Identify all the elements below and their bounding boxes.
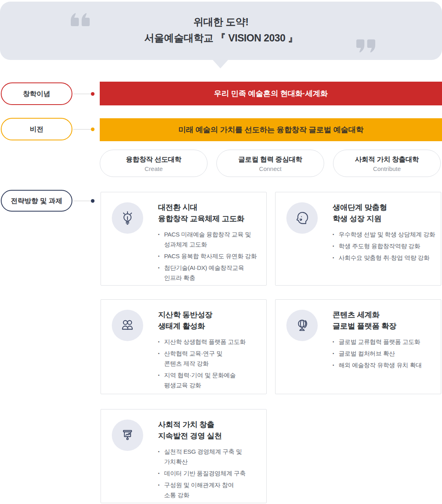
connector-line [73, 201, 91, 201]
card-bullet-list: 실천적 ESG 경영체계 구축 및가치확산 데이터 기반 품질경영체계 구축 구… [158, 446, 261, 500]
bullet-item: 산학협력 교육·연구 및콘텐츠 제작 강화 [158, 348, 261, 368]
people-icon [112, 310, 143, 341]
label-strategy: 전략방향 및 과제 [1, 190, 72, 212]
pill-create: 융합창작 선도대학 Create [100, 150, 208, 177]
pill-contribute-subtitle: Contribute [373, 165, 401, 172]
strategy-card-ecosystem: 지산학 동반성장 생태계 활성화 지산학 상생협력 플랫폼 고도화 산학협력 교… [101, 299, 267, 394]
pill-create-subtitle: Create [144, 165, 162, 172]
card-bullet-list: 글로벌 교류협력 플랫폼 고도화 글로벌 컬처허브 확산 해외 예술창작 유학생… [333, 337, 435, 370]
bullet-item: 글로벌 교류협력 플랫폼 고도화 [333, 337, 435, 347]
card-title: 지산학 동반성장 생태계 활성화 [158, 309, 261, 332]
lightbulb-icon [112, 202, 143, 234]
bullet-item: 데이터 기반 품질경영체계 구축 [158, 468, 261, 478]
connector-dot-red [91, 92, 95, 96]
bullet-item: 학생 주도형 융합창작역량 강화 [333, 241, 435, 251]
bullet-item: 우수학생 선발 및 학생 상담체계 강화 [333, 229, 435, 239]
card-title: 대전환 시대 융합창작 교육체제 고도화 [158, 202, 261, 224]
strategy-card-global-platform: 콘텐츠 세계화 글로벌 플랫폼 확장 글로벌 교류협력 플랫폼 고도화 글로벌 … [275, 299, 441, 394]
bullet-item: 구성원 및 이해관계자 참여소통 강화 [158, 480, 261, 500]
label-vision-text: 비전 [30, 125, 43, 134]
strategy-card-student-growth: 생애단계 맞춤형 학생 성장 지원 우수학생 선발 및 학생 상담체계 강화 학… [275, 192, 441, 286]
connector-dot-navy [91, 199, 95, 203]
card-title: 생애단계 맞춤형 학생 성장 지원 [333, 202, 435, 224]
pill-connect-subtitle: Connect [259, 165, 282, 172]
founding-philosophy-text: 우리 민족 예술혼의 현대화·세계화 [214, 88, 328, 99]
bullet-item: 글로벌 컬처허브 확산 [333, 348, 435, 358]
card-title: 사회적 가치 창출 지속발전 경영 실천 [158, 419, 261, 442]
label-vision: 비전 [1, 118, 72, 140]
vision-text: 미래 예술의 가치를 선도하는 융합창작 글로벌 예술대학 [179, 125, 364, 135]
bullet-item: 지산학 상생협력 플랫폼 고도화 [158, 337, 261, 347]
bullet-item: 해외 예술창작 유학생 유치 확대 [333, 360, 435, 370]
head-profile-icon [286, 202, 318, 234]
page-title-line1: 위대한 도약! [0, 14, 442, 30]
pill-contribute: 사회적 가치 창출대학 Contribute [333, 150, 441, 177]
close-quote-icon [356, 39, 375, 53]
presentation-chart-icon [112, 420, 143, 451]
pill-connect-title: 글로컬 협력 중심대학 [238, 155, 302, 164]
bullet-item: PACS 미래예술 융합창작 교육 및성과체계 고도화 [158, 229, 261, 249]
globe-icon [286, 310, 318, 341]
vision-bar: 미래 예술의 가치를 선도하는 융합창작 글로벌 예술대학 [100, 118, 442, 141]
connector-dot-orange [91, 128, 95, 131]
pill-connect: 글로컬 협력 중심대학 Connect [216, 150, 324, 177]
banner: 위대한 도약! 서울예술대학교 『 VISION 2030 』 [0, 2, 442, 60]
bullet-item: 사회수요 맞춤형 취·창업 역량 강화 [333, 253, 435, 263]
card-title: 콘텐츠 세계화 글로벌 플랫폼 확장 [333, 309, 435, 332]
label-founding-philosophy: 창학이념 [1, 82, 72, 105]
bullet-item: 지역 협력·기여 및 문화예술평생교육 강화 [158, 370, 261, 390]
label-founding-philosophy-text: 창학이념 [23, 89, 50, 99]
card-bullet-list: 지산학 상생협력 플랫폼 고도화 산학협력 교육·연구 및콘텐츠 제작 강화 지… [158, 337, 261, 390]
vision-2030-page: 위대한 도약! 서울예술대학교 『 VISION 2030 』 창학이념 비전 … [0, 0, 442, 504]
bullet-item: 실천적 ESG 경영체계 구축 및가치확산 [158, 446, 261, 467]
strategy-card-esg-management: 사회적 가치 창출 지속발전 경영 실천 실천적 ESG 경영체계 구축 및가치… [101, 409, 267, 503]
pill-contribute-title: 사회적 가치 창출대학 [355, 155, 419, 164]
strategy-card-education: 대전환 시대 융합창작 교육체제 고도화 PACS 미래예술 융합창작 교육 및… [101, 192, 267, 286]
banner-pointer-triangle [213, 60, 228, 68]
bullet-item: 첨단기술(AI·DX) 예술창작교육인프라 확충 [158, 263, 261, 283]
bullet-item: PACS 융복합 학사제도 유연화 강화 [158, 251, 261, 261]
connector-line [73, 94, 91, 94]
card-bullet-list: PACS 미래예술 융합창작 교육 및성과체계 고도화 PACS 융복합 학사제… [158, 229, 261, 283]
pill-create-title: 융합창작 선도대학 [126, 155, 181, 164]
card-bullet-list: 우수학생 선발 및 학생 상담체계 강화 학생 주도형 융합창작역량 강화 사회… [333, 229, 435, 263]
founding-philosophy-bar: 우리 민족 예술혼의 현대화·세계화 [100, 82, 442, 105]
page-title-line2: 서울예술대학교 『 VISION 2030 』 [0, 30, 442, 46]
label-strategy-text: 전략방향 및 과제 [11, 196, 62, 206]
page-title: 위대한 도약! 서울예술대학교 『 VISION 2030 』 [0, 14, 442, 46]
connector-line [73, 129, 91, 130]
